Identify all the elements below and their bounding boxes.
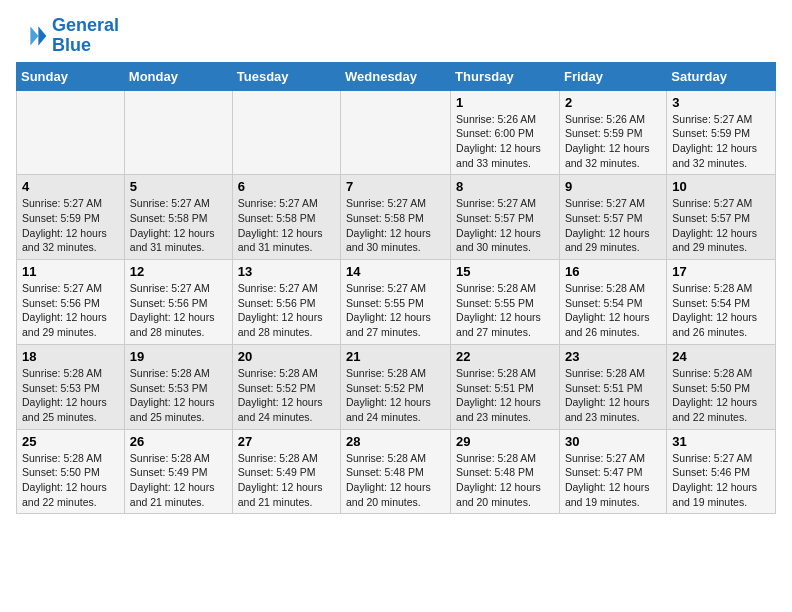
weekday-header-sunday: Sunday bbox=[17, 62, 125, 90]
day-number: 24 bbox=[672, 349, 770, 364]
weekday-header-monday: Monday bbox=[124, 62, 232, 90]
day-number: 10 bbox=[672, 179, 770, 194]
day-number: 21 bbox=[346, 349, 445, 364]
day-info: Sunrise: 5:28 AM Sunset: 5:49 PM Dayligh… bbox=[130, 451, 227, 510]
day-info: Sunrise: 5:27 AM Sunset: 5:56 PM Dayligh… bbox=[238, 281, 335, 340]
day-number: 28 bbox=[346, 434, 445, 449]
calendar-cell: 12Sunrise: 5:27 AM Sunset: 5:56 PM Dayli… bbox=[124, 260, 232, 345]
calendar-cell: 19Sunrise: 5:28 AM Sunset: 5:53 PM Dayli… bbox=[124, 344, 232, 429]
calendar-cell: 9Sunrise: 5:27 AM Sunset: 5:57 PM Daylig… bbox=[559, 175, 666, 260]
calendar-cell: 30Sunrise: 5:27 AM Sunset: 5:47 PM Dayli… bbox=[559, 429, 666, 514]
calendar-cell: 26Sunrise: 5:28 AM Sunset: 5:49 PM Dayli… bbox=[124, 429, 232, 514]
calendar-cell: 21Sunrise: 5:28 AM Sunset: 5:52 PM Dayli… bbox=[341, 344, 451, 429]
calendar-cell: 20Sunrise: 5:28 AM Sunset: 5:52 PM Dayli… bbox=[232, 344, 340, 429]
calendar-cell: 4Sunrise: 5:27 AM Sunset: 5:59 PM Daylig… bbox=[17, 175, 125, 260]
svg-marker-0 bbox=[38, 26, 46, 45]
day-info: Sunrise: 5:27 AM Sunset: 5:59 PM Dayligh… bbox=[672, 112, 770, 171]
day-info: Sunrise: 5:27 AM Sunset: 5:46 PM Dayligh… bbox=[672, 451, 770, 510]
day-info: Sunrise: 5:28 AM Sunset: 5:52 PM Dayligh… bbox=[346, 366, 445, 425]
day-info: Sunrise: 5:27 AM Sunset: 5:58 PM Dayligh… bbox=[238, 196, 335, 255]
calendar-cell: 10Sunrise: 5:27 AM Sunset: 5:57 PM Dayli… bbox=[667, 175, 776, 260]
day-info: Sunrise: 5:28 AM Sunset: 5:50 PM Dayligh… bbox=[672, 366, 770, 425]
logo-icon bbox=[16, 20, 48, 52]
day-info: Sunrise: 5:28 AM Sunset: 5:50 PM Dayligh… bbox=[22, 451, 119, 510]
day-number: 12 bbox=[130, 264, 227, 279]
calendar-cell: 28Sunrise: 5:28 AM Sunset: 5:48 PM Dayli… bbox=[341, 429, 451, 514]
day-number: 4 bbox=[22, 179, 119, 194]
calendar-cell: 11Sunrise: 5:27 AM Sunset: 5:56 PM Dayli… bbox=[17, 260, 125, 345]
day-info: Sunrise: 5:28 AM Sunset: 5:51 PM Dayligh… bbox=[565, 366, 661, 425]
day-number: 26 bbox=[130, 434, 227, 449]
day-number: 14 bbox=[346, 264, 445, 279]
day-info: Sunrise: 5:28 AM Sunset: 5:48 PM Dayligh… bbox=[456, 451, 554, 510]
calendar-cell bbox=[232, 90, 340, 175]
day-info: Sunrise: 5:27 AM Sunset: 5:59 PM Dayligh… bbox=[22, 196, 119, 255]
day-number: 3 bbox=[672, 95, 770, 110]
logo: General Blue bbox=[16, 16, 119, 56]
day-number: 11 bbox=[22, 264, 119, 279]
day-number: 1 bbox=[456, 95, 554, 110]
calendar-cell: 3Sunrise: 5:27 AM Sunset: 5:59 PM Daylig… bbox=[667, 90, 776, 175]
day-info: Sunrise: 5:28 AM Sunset: 5:52 PM Dayligh… bbox=[238, 366, 335, 425]
calendar-cell bbox=[341, 90, 451, 175]
calendar-cell: 22Sunrise: 5:28 AM Sunset: 5:51 PM Dayli… bbox=[451, 344, 560, 429]
day-info: Sunrise: 5:26 AM Sunset: 5:59 PM Dayligh… bbox=[565, 112, 661, 171]
day-info: Sunrise: 5:27 AM Sunset: 5:58 PM Dayligh… bbox=[130, 196, 227, 255]
day-info: Sunrise: 5:28 AM Sunset: 5:51 PM Dayligh… bbox=[456, 366, 554, 425]
day-info: Sunrise: 5:28 AM Sunset: 5:54 PM Dayligh… bbox=[565, 281, 661, 340]
calendar-cell: 23Sunrise: 5:28 AM Sunset: 5:51 PM Dayli… bbox=[559, 344, 666, 429]
day-info: Sunrise: 5:26 AM Sunset: 6:00 PM Dayligh… bbox=[456, 112, 554, 171]
calendar-cell: 1Sunrise: 5:26 AM Sunset: 6:00 PM Daylig… bbox=[451, 90, 560, 175]
calendar-cell: 2Sunrise: 5:26 AM Sunset: 5:59 PM Daylig… bbox=[559, 90, 666, 175]
day-info: Sunrise: 5:27 AM Sunset: 5:56 PM Dayligh… bbox=[130, 281, 227, 340]
day-info: Sunrise: 5:28 AM Sunset: 5:48 PM Dayligh… bbox=[346, 451, 445, 510]
calendar-cell: 29Sunrise: 5:28 AM Sunset: 5:48 PM Dayli… bbox=[451, 429, 560, 514]
day-number: 19 bbox=[130, 349, 227, 364]
day-info: Sunrise: 5:27 AM Sunset: 5:57 PM Dayligh… bbox=[456, 196, 554, 255]
day-number: 25 bbox=[22, 434, 119, 449]
day-number: 27 bbox=[238, 434, 335, 449]
calendar-cell: 13Sunrise: 5:27 AM Sunset: 5:56 PM Dayli… bbox=[232, 260, 340, 345]
day-number: 18 bbox=[22, 349, 119, 364]
day-number: 2 bbox=[565, 95, 661, 110]
calendar-cell: 24Sunrise: 5:28 AM Sunset: 5:50 PM Dayli… bbox=[667, 344, 776, 429]
calendar-table: SundayMondayTuesdayWednesdayThursdayFrid… bbox=[16, 62, 776, 515]
day-number: 9 bbox=[565, 179, 661, 194]
calendar-cell: 25Sunrise: 5:28 AM Sunset: 5:50 PM Dayli… bbox=[17, 429, 125, 514]
calendar-cell: 8Sunrise: 5:27 AM Sunset: 5:57 PM Daylig… bbox=[451, 175, 560, 260]
logo-text: General Blue bbox=[52, 16, 119, 56]
calendar-cell: 18Sunrise: 5:28 AM Sunset: 5:53 PM Dayli… bbox=[17, 344, 125, 429]
calendar-cell bbox=[17, 90, 125, 175]
day-number: 23 bbox=[565, 349, 661, 364]
day-info: Sunrise: 5:28 AM Sunset: 5:54 PM Dayligh… bbox=[672, 281, 770, 340]
calendar-cell bbox=[124, 90, 232, 175]
day-number: 20 bbox=[238, 349, 335, 364]
weekday-header-thursday: Thursday bbox=[451, 62, 560, 90]
day-info: Sunrise: 5:27 AM Sunset: 5:56 PM Dayligh… bbox=[22, 281, 119, 340]
day-number: 16 bbox=[565, 264, 661, 279]
svg-marker-1 bbox=[30, 26, 38, 45]
day-number: 29 bbox=[456, 434, 554, 449]
day-info: Sunrise: 5:27 AM Sunset: 5:58 PM Dayligh… bbox=[346, 196, 445, 255]
weekday-header-wednesday: Wednesday bbox=[341, 62, 451, 90]
day-info: Sunrise: 5:27 AM Sunset: 5:47 PM Dayligh… bbox=[565, 451, 661, 510]
calendar-cell: 27Sunrise: 5:28 AM Sunset: 5:49 PM Dayli… bbox=[232, 429, 340, 514]
day-number: 31 bbox=[672, 434, 770, 449]
day-number: 7 bbox=[346, 179, 445, 194]
calendar-cell: 15Sunrise: 5:28 AM Sunset: 5:55 PM Dayli… bbox=[451, 260, 560, 345]
day-info: Sunrise: 5:27 AM Sunset: 5:57 PM Dayligh… bbox=[565, 196, 661, 255]
day-number: 30 bbox=[565, 434, 661, 449]
calendar-cell: 17Sunrise: 5:28 AM Sunset: 5:54 PM Dayli… bbox=[667, 260, 776, 345]
day-number: 15 bbox=[456, 264, 554, 279]
day-number: 13 bbox=[238, 264, 335, 279]
calendar-cell: 5Sunrise: 5:27 AM Sunset: 5:58 PM Daylig… bbox=[124, 175, 232, 260]
day-number: 22 bbox=[456, 349, 554, 364]
calendar-cell: 7Sunrise: 5:27 AM Sunset: 5:58 PM Daylig… bbox=[341, 175, 451, 260]
day-info: Sunrise: 5:28 AM Sunset: 5:49 PM Dayligh… bbox=[238, 451, 335, 510]
day-info: Sunrise: 5:28 AM Sunset: 5:55 PM Dayligh… bbox=[456, 281, 554, 340]
weekday-header-friday: Friday bbox=[559, 62, 666, 90]
calendar-cell: 31Sunrise: 5:27 AM Sunset: 5:46 PM Dayli… bbox=[667, 429, 776, 514]
day-number: 5 bbox=[130, 179, 227, 194]
page-header: General Blue bbox=[16, 16, 776, 56]
day-number: 6 bbox=[238, 179, 335, 194]
